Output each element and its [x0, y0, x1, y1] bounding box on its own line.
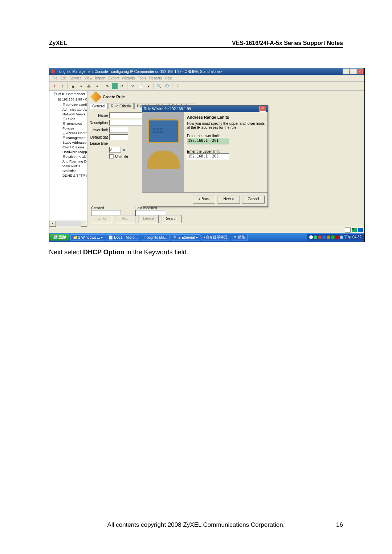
description-input[interactable] — [109, 120, 146, 126]
tree-item[interactable]: Network Views — [62, 112, 87, 116]
tree-item[interactable]: Policies — [62, 126, 87, 131]
tree-item[interactable]: Client Classes — [62, 145, 87, 149]
copy-icon[interactable]: 📄 — [137, 82, 144, 90]
minimize-button[interactable]: _ — [343, 69, 349, 74]
menu-file[interactable]: File — [52, 76, 57, 80]
upper-ip-input[interactable]: 192.168.1 .203 — [187, 153, 229, 160]
start-button[interactable]: 🪟 開始 — [50, 234, 69, 241]
tree-panel: ⊟ 🖳 IP Commander ⊟ 192.168.1.99 <ONL ⊞ S… — [49, 91, 87, 227]
search-button[interactable]: Search — [162, 215, 182, 223]
taskbar-item[interactable]: 📁 2 Windows ... ▾ — [70, 234, 106, 241]
tree-item[interactable]: ⊟ 192.168.1.99 <ONL ⊞ Service Configu Ad… — [58, 97, 87, 178]
menu-reports[interactable]: Reports — [149, 76, 162, 80]
tree-item[interactable]: Hardware Mapp — [62, 149, 87, 154]
refresh-icon[interactable]: ⟳ — [118, 82, 126, 90]
menu-export[interactable]: Export — [109, 76, 119, 80]
wizard-dialog: Rule Wizard for 192.168.1.99 × Address R… — [142, 105, 268, 207]
header-left: ZyXEL — [49, 40, 67, 46]
info-icon[interactable]: ⓘ — [163, 82, 171, 90]
status-icon: ? — [352, 228, 357, 232]
print-icon[interactable]: 🖨 — [69, 82, 77, 90]
toolbar-icon[interactable] — [112, 83, 118, 89]
monitor-icon — [148, 119, 179, 143]
edit-icon[interactable]: ✎ — [104, 82, 111, 90]
menu-edit[interactable]: Edit — [60, 76, 66, 80]
wizard-close-button[interactable]: × — [260, 106, 266, 112]
tray-icon[interactable] — [314, 235, 317, 239]
tree-item[interactable]: Administrator Ac — [62, 107, 87, 112]
tree-item[interactable]: ⊞ Rules — [62, 116, 87, 121]
back-button[interactable]: < Back — [193, 196, 215, 204]
tree-root[interactable]: ⊟ 🖳 IP Commander ⊟ 192.168.1.99 <ONL ⊞ S… — [54, 91, 87, 178]
menu-view[interactable]: View — [85, 76, 93, 80]
taskbar-item[interactable]: ⚙ 服務 — [231, 234, 248, 241]
toolbar-icon[interactable]: ▾ — [77, 82, 85, 90]
tree-item[interactable]: Statistics — [62, 168, 87, 173]
taskbar-item[interactable]: 🔍 2 Ethereal ▾ — [171, 234, 200, 241]
lower-limit-input[interactable]: . — [109, 127, 128, 133]
taskbar-item[interactable]: 📄 Doc1 - Micro... — [106, 234, 140, 241]
label-lower-limit: Lower limit — [90, 128, 108, 132]
toolbar-icon[interactable]: 🖶 — [85, 82, 93, 90]
clock: 下午 04:32 — [344, 235, 362, 240]
footer: All contents copyright 2008 ZyXEL Commun… — [0, 521, 392, 529]
window-titlebar: Incognito Management Console - configuri… — [49, 68, 364, 75]
tree-item[interactable]: ⊞ Templates — [62, 121, 87, 126]
lease-time-input[interactable]: 0 — [109, 147, 121, 153]
main-panel: Create Rule General Rule Criteria High W… — [87, 91, 364, 227]
toolbar: I I 🖨 ▾ 🖶 ▾ ✎ ⟳ ✕ 📄 ▾ 🔍 ⓘ ? — [49, 82, 364, 91]
toolbar-icon[interactable]: I — [59, 82, 66, 90]
scroll-left-icon[interactable]: ‹ — [49, 221, 56, 227]
tree-item[interactable]: View Audits — [62, 164, 87, 168]
pencil-icon — [90, 91, 101, 102]
lower-ip-input[interactable]: 192.168.1 .201 — [187, 138, 229, 144]
tree-item[interactable]: DDNS & TFTP I — [62, 173, 87, 178]
tab-rule-criteria[interactable]: Rule Criteria — [109, 103, 134, 109]
header-right: VES-1616/24FA-5x Series Support Notes — [232, 40, 343, 46]
links-button[interactable]: Links — [92, 215, 112, 223]
gateway-input[interactable] — [109, 134, 128, 140]
toolbar-icon[interactable]: ▾ — [145, 82, 152, 90]
scroll-right-icon[interactable]: › — [81, 221, 87, 227]
name-input[interactable] — [109, 112, 146, 118]
menu-import[interactable]: Import — [95, 76, 105, 80]
taskbar-item[interactable]: ▪ 命令提示字元 — [201, 234, 230, 241]
maximize-button[interactable]: □ — [350, 69, 356, 74]
close-button[interactable]: × — [356, 69, 363, 74]
page-number: 16 — [336, 521, 343, 529]
tray-icon[interactable] — [322, 235, 326, 239]
tab-general[interactable]: General — [90, 103, 108, 109]
tray-icon[interactable] — [331, 235, 335, 239]
search-icon[interactable]: 🔍 — [155, 82, 163, 90]
toolbar-icon[interactable]: ✕ — [129, 82, 136, 90]
tree-item[interactable]: ⊞ Access Control — [62, 131, 87, 135]
menu-tools[interactable]: Tools — [138, 76, 146, 80]
status-bar: ? : — [49, 227, 364, 233]
tray-icon[interactable] — [318, 235, 322, 239]
menu-wizards[interactable]: Wizards — [122, 76, 135, 80]
tree-item[interactable]: ⊞ Active IP Addre — [62, 154, 87, 159]
delete-button[interactable]: Delete — [138, 215, 159, 223]
tray-icon[interactable] — [335, 235, 339, 239]
tree-item[interactable]: ⊞ Management — [62, 135, 87, 140]
taskbar-item[interactable]: Incognito Ma... — [141, 234, 170, 241]
unlimited-checkbox[interactable] — [109, 154, 114, 159]
next-button[interactable]: Next > — [217, 196, 240, 204]
wizard-title: Rule Wizard for 192.168.1.99 — [144, 107, 191, 111]
status-icon — [345, 227, 351, 233]
menu-service[interactable]: Service — [69, 76, 81, 80]
tray-icon[interactable] — [327, 235, 330, 239]
tray-icon[interactable] — [340, 235, 343, 239]
tray-icon[interactable] — [309, 235, 313, 239]
menu-help[interactable]: Help — [165, 76, 172, 80]
label-unlimited: Unlimite — [115, 155, 128, 159]
cancel-button[interactable]: Cancel — [242, 196, 265, 204]
spinner-icon[interactable]: ⇅ — [122, 148, 125, 152]
tree-item[interactable]: ⊞ Service Configu — [62, 102, 87, 107]
toolbar-icon[interactable]: I — [51, 82, 58, 90]
tree-item[interactable]: Static Addresse — [62, 140, 87, 145]
tree-item[interactable]: Anti Roaming D — [62, 159, 87, 164]
add-button[interactable]: Add — [115, 215, 135, 223]
help-icon[interactable]: ? — [174, 82, 181, 90]
toolbar-icon[interactable]: ▾ — [93, 82, 101, 90]
